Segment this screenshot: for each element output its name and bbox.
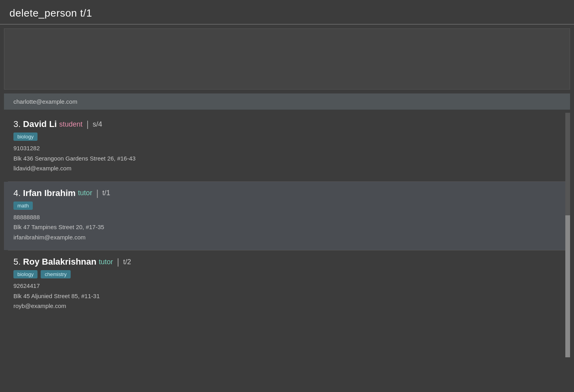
person-name-david-li: David Li xyxy=(23,119,57,129)
phone-david-li: 91031282 xyxy=(13,144,561,153)
person-role-roy-balakrishnan: tutor xyxy=(99,258,113,266)
person-card-roy-balakrishnan: 5. Roy Balakrishnan tutor | t/2 biology … xyxy=(4,250,570,319)
person-number-5: 5. xyxy=(13,257,21,267)
tags-roy-balakrishnan: biology chemistry xyxy=(13,270,561,278)
tag-chemistry-roy-balakrishnan: chemistry xyxy=(41,270,71,278)
tag-biology-roy-balakrishnan: biology xyxy=(13,270,38,278)
empty-panel xyxy=(4,28,570,90)
person-id-roy-balakrishnan: t/2 xyxy=(123,258,131,266)
address-david-li: Blk 436 Serangoon Gardens Street 26, #16… xyxy=(13,154,561,163)
address-irfan-ibrahim: Blk 47 Tampines Street 20, #17-35 xyxy=(13,223,561,232)
email-bar: charlotte@example.com xyxy=(4,93,570,110)
person-id-irfan-ibrahim: t/1 xyxy=(102,189,110,197)
tags-irfan-ibrahim: math xyxy=(13,202,561,210)
person-name-irfan-ibrahim: Irfan Ibrahim xyxy=(23,188,75,198)
tag-math-irfan-ibrahim: math xyxy=(13,202,33,210)
scrollbar-thumb[interactable] xyxy=(565,215,570,357)
page-title: delete_person t/1 xyxy=(9,7,565,19)
person-name-roy-balakrishnan: Roy Balakrishnan xyxy=(23,257,96,267)
scrollbar-track[interactable] xyxy=(565,113,570,319)
phone-roy-balakrishnan: 92624417 xyxy=(13,282,561,291)
tag-biology-david-li: biology xyxy=(13,133,38,141)
email-irfan-ibrahim: irfanibrahim@example.com xyxy=(13,233,561,242)
person-header-irfan-ibrahim: 4. Irfan Ibrahim tutor | t/1 xyxy=(13,188,561,198)
person-card-david-li: 3. David Li student | s/4 biology 910312… xyxy=(4,113,570,181)
email-display: charlotte@example.com xyxy=(13,98,77,105)
separator-2: | xyxy=(96,188,99,198)
person-number-4: 4. xyxy=(13,188,21,198)
person-id-david-li: s/4 xyxy=(93,120,102,129)
email-david-li: lidavid@example.com xyxy=(13,164,561,173)
tags-david-li: biology xyxy=(13,133,561,141)
content-area: 3. David Li student | s/4 biology 910312… xyxy=(4,113,570,319)
separator-3: | xyxy=(117,257,119,267)
person-card-irfan-ibrahim: 4. Irfan Ibrahim tutor | t/1 math 888888… xyxy=(4,182,570,250)
separator-1: | xyxy=(86,119,89,129)
person-header-david-li: 3. David Li student | s/4 xyxy=(13,119,561,129)
person-role-david-li: student xyxy=(59,120,83,129)
phone-irfan-ibrahim: 88888888 xyxy=(13,213,561,222)
title-bar: delete_person t/1 xyxy=(0,0,574,24)
person-header-roy-balakrishnan: 5. Roy Balakrishnan tutor | t/2 xyxy=(13,257,561,267)
email-roy-balakrishnan: royb@example.com xyxy=(13,302,561,311)
person-role-irfan-ibrahim: tutor xyxy=(78,189,92,197)
person-number-3: 3. xyxy=(13,119,21,129)
address-roy-balakrishnan: Blk 45 Aljunied Street 85, #11-31 xyxy=(13,292,561,301)
